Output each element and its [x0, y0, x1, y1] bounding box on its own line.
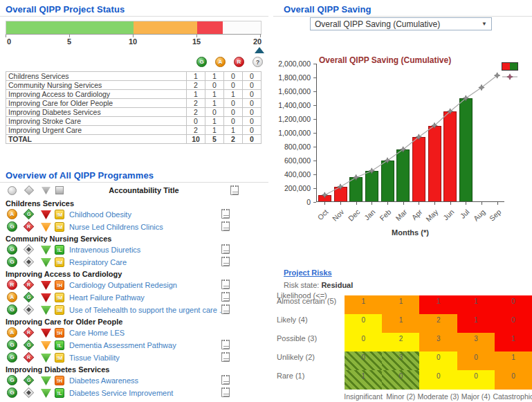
chart-bar-Feb[interactable] [381, 161, 394, 202]
chart-bar-Mar[interactable] [396, 149, 410, 202]
status-count-cell: 0 [205, 108, 224, 117]
risk-cell[interactable]: 0 [382, 370, 420, 390]
risk-cell[interactable]: 1 [457, 295, 495, 315]
trend-down-triangle-icon-green [41, 376, 51, 385]
programme-link[interactable]: Nurse Led Childrens Clinics [69, 223, 163, 231]
notes-notepad-icon[interactable] [221, 375, 230, 385]
chart-bar-Nov[interactable] [334, 187, 347, 201]
programme-link[interactable]: Respiratory Care [69, 258, 127, 266]
chart-bar-Dec[interactable] [349, 177, 363, 201]
x-axis-tick [434, 202, 435, 205]
gauge-bar [6, 21, 262, 35]
risk-cell[interactable]: 1 [382, 314, 420, 334]
risk-cell[interactable]: 1 [345, 295, 383, 315]
chart-bar-Jul[interactable] [459, 98, 473, 202]
status-count-cell: 0 [224, 108, 243, 117]
status-G-diamond-icon: G [24, 375, 35, 386]
notes-notepad-icon[interactable] [221, 244, 230, 254]
risk-cell[interactable]: 1 [495, 333, 532, 352]
risk-row-label: Likely (4) [277, 316, 308, 324]
y-axis-tick [313, 119, 316, 120]
programme-row: AR!HCare Home LES [6, 327, 267, 339]
saving-measure-dropdown[interactable]: Overall QIPP Saving (Cumulative) ▼ [310, 17, 492, 30]
status-count-cell: 1 [205, 99, 224, 108]
risk-cell[interactable]: 0 [495, 314, 532, 334]
programme-row: AG!MHeart Failure Pathway [6, 291, 267, 304]
risk-cell[interactable]: 0 [457, 351, 495, 371]
risk-column-label: Catastrophic [481, 392, 532, 401]
x-axis-tick [481, 202, 482, 205]
x-axis-tick [372, 202, 372, 205]
notes-notepad-icon[interactable] [221, 257, 230, 266]
risk-cell[interactable]: 1 [457, 314, 495, 334]
status-count-cell: 2 [187, 99, 205, 108]
programme-group-header: Community Nursing Services [6, 233, 267, 244]
notes-notepad-icon[interactable] [221, 387, 230, 397]
risk-cell[interactable]: 3 [457, 333, 495, 352]
risk-cell[interactable]: 3 [419, 333, 457, 352]
saving-chart: Overall QIPP Saving (Cumulative) Months … [273, 54, 532, 248]
status-count-cell: 1 [224, 126, 243, 135]
x-axis-tick [419, 202, 419, 205]
notes-notepad-icon[interactable] [221, 280, 230, 289]
accountability-title-header: Accountability Title [75, 186, 213, 194]
risk-cell[interactable]: 3 [382, 351, 420, 371]
chart-bar-Jan[interactable] [365, 171, 378, 202]
programme-link[interactable]: Childhood Obesity [69, 210, 131, 219]
notes-notepad-icon[interactable] [221, 209, 230, 219]
chart-bar-May[interactable] [428, 126, 441, 202]
programme-link[interactable]: Diabetes Awareness [69, 376, 138, 385]
chart-bar-Oct[interactable] [318, 195, 331, 202]
trend-down-triangle-icon-green [41, 246, 51, 255]
risk-cell[interactable]: 0 [457, 370, 495, 390]
notes-notepad-icon[interactable] [221, 292, 230, 302]
notes-notepad-icon[interactable] [221, 221, 230, 231]
status-table-column-icons: GAR? [6, 57, 262, 69]
risk-cell[interactable]: 0 [345, 333, 383, 352]
programme-link[interactable]: Use of Telehealth to support the urgent … [69, 306, 226, 314]
project-risks-link[interactable]: Project Risks [284, 268, 332, 277]
trend-down-triangle-icon-green [41, 389, 51, 398]
risk-row-label: Unlikely (2) [277, 353, 315, 361]
risk-cell[interactable]: 2 [382, 333, 420, 352]
programme-link[interactable]: Heart Failure Pathway [69, 293, 145, 302]
programme-link[interactable]: Diabetes Service Improvement [69, 389, 173, 397]
risk-state-value: Residual [321, 281, 353, 289]
risk-cell[interactable]: 1 [345, 370, 383, 390]
programme-link[interactable]: Care Home LES [69, 329, 125, 337]
programme-row: G!MUse of Telehealth to support the urge… [6, 304, 267, 316]
programme-row: GR!MTissue Viability [6, 351, 267, 364]
chart-bar-Jun[interactable] [443, 111, 457, 201]
notes-notepad-icon[interactable] [221, 304, 230, 314]
risk-cell[interactable]: 0 [495, 370, 532, 390]
risk-cell[interactable]: 1 [419, 295, 457, 315]
y-axis-tick-label: 1,400,000 [273, 101, 311, 109]
risk-cell[interactable]: 0 [345, 351, 383, 371]
programme-link[interactable]: Dementia Assessment Pathway [69, 341, 176, 349]
risk-cell[interactable]: 1 [382, 295, 420, 315]
x-axis-tick [324, 202, 325, 205]
risk-cell[interactable]: 0 [495, 295, 532, 315]
status-A-circle-icon: A [7, 209, 17, 219]
programme-link[interactable]: Intravenous Diuretics [69, 246, 140, 254]
status-G-diamond-icon: G [24, 292, 35, 303]
priority-L-square-icon: !L [55, 340, 64, 350]
y-axis-tick-label: 1,000,000 [273, 129, 311, 137]
risk-cell[interactable]: 0 [419, 370, 457, 390]
notes-notepad-icon[interactable] [221, 352, 230, 362]
risk-cell[interactable]: 1 [495, 351, 532, 371]
notes-notepad-icon[interactable] [221, 340, 230, 349]
risk-cell[interactable]: 0 [345, 314, 383, 334]
programme-link[interactable]: Cardiology Outpatient Redesign [69, 281, 177, 289]
status-A-circle-icon: A [7, 292, 17, 302]
y-axis-tick [313, 188, 316, 189]
priority-M-square-icon: !M [55, 257, 64, 267]
risk-cell[interactable]: 2 [419, 314, 457, 334]
status-R-circle-icon: R [7, 280, 17, 290]
risk-matrix: 1111001210023310300110000 [345, 295, 532, 389]
status-R-icon: R [234, 57, 244, 67]
programme-link[interactable]: Tissue Viability [69, 354, 120, 362]
chart-bar-Apr[interactable] [412, 137, 425, 201]
status-G-circle-icon: G [7, 244, 17, 255]
risk-cell[interactable]: 0 [419, 351, 457, 371]
